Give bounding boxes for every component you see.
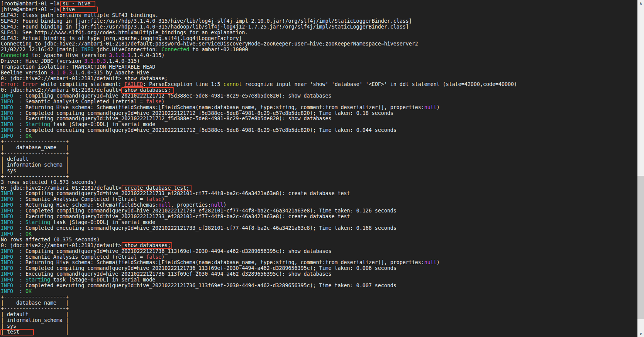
terminal-text: | information_schema |	[1, 317, 69, 323]
scrollbar-thumb[interactable]	[637, 176, 644, 319]
terminal-line: | database_name |	[1, 145, 637, 151]
terminal-text: | test |	[1, 329, 69, 335]
scrollbar-track[interactable]: ∧ ∨	[637, 0, 644, 337]
terminal-text: +--------------------+	[1, 174, 69, 179]
scroll-up-button[interactable]: ∧	[637, 0, 644, 7]
terminal-line: 0: jdbc:hive2://ambari-01:2181/default> …	[1, 76, 637, 82]
terminal-text: OK	[25, 288, 32, 294]
terminal-text: +--------------------+	[1, 139, 69, 145]
terminal-text: task [Stage-0:DDL] in serial mode	[50, 219, 155, 225]
terminal-text: null	[211, 202, 223, 208]
terminal-line: Beeline version 3.1.0.3.1.4.0-315 by Apa…	[1, 70, 637, 76]
terminal-line: 0: jdbc:hive2://ambari-01:2181/default> …	[1, 88, 637, 93]
terminal-line: 21/02/22 12:16:42 [main]: INFO jdbc.Hive…	[1, 47, 637, 53]
terminal-line: SLF4J: See http://www.slf4j.org/codes.ht…	[1, 30, 637, 36]
terminal-text: FAILED	[124, 81, 143, 87]
terminal-text: : ParseException line 1:5	[143, 81, 223, 87]
terminal-text: : Semantic Analysis Completed (retrial =	[13, 254, 146, 260]
terminal-text: to ambari-02:10000	[189, 47, 248, 52]
terminal-text: : Compiling command(queryId=hive_2021022…	[13, 190, 350, 196]
terminal-text: false	[146, 196, 161, 202]
terminal-text: )	[161, 196, 164, 202]
terminal-line: INFO : Returning Hive schema: Schema(fie…	[1, 202, 637, 208]
terminal-text: +--------------------+	[1, 294, 69, 300]
terminal-line: | database_name |	[1, 300, 637, 306]
terminal-line: Connecting to jdbc:hive2://ambari-01:218…	[1, 41, 637, 47]
terminal-line: [hive@ambari-01 ~]$ hive	[1, 7, 637, 13]
terminal-text: INFO	[1, 133, 13, 139]
terminal-line: | information_schema |	[1, 162, 637, 168]
terminal-line: INFO : Completed compiling command(query…	[1, 111, 637, 116]
terminal-text: INFO	[1, 225, 13, 231]
terminal-text: 3.1.0.3	[109, 52, 130, 58]
terminal-text: INFO	[1, 121, 13, 127]
terminal-text: INFO	[1, 277, 13, 283]
terminal-line: +--------------------+	[1, 295, 637, 300]
terminal-text: Transaction isolation: TRANSACTION_REPEA…	[1, 64, 155, 70]
link-text: http://www.slf4j.org/codes.html#multiple…	[35, 30, 186, 35]
terminal-line: INFO : Completed executing command(query…	[1, 283, 637, 289]
terminal-text: : Compiling command(queryId=hive_2021022…	[13, 93, 332, 99]
terminal-text: : Returning Hive schema: Schema(fieldSch…	[13, 259, 424, 265]
terminal-text: .1.4.0-315)	[130, 52, 164, 58]
terminal-line: +--------------------+	[1, 151, 637, 157]
terminal-line: INFO : Completed executing command(query…	[1, 226, 637, 231]
terminal-text: INFO	[1, 93, 13, 99]
terminal-text: INFO	[1, 202, 13, 208]
scroll-down-button[interactable]: ∨	[637, 330, 644, 337]
terminal-text: false	[146, 254, 161, 260]
terminal-line: INFO : OK	[1, 133, 637, 139]
terminal-line: INFO : Returning Hive schema: Schema(fie…	[1, 105, 637, 111]
terminal-line: INFO : Compiling command(queryId=hive_20…	[1, 249, 637, 254]
terminal-text: Starting	[25, 219, 50, 225]
terminal-line: SLF4J: Actual binding is of type [org.ap…	[1, 36, 637, 42]
terminal-text: while compiling statement:	[38, 81, 124, 87]
terminal-text: :	[13, 219, 25, 225]
terminal-text: INFO	[1, 116, 13, 121]
terminal-text: INFO	[1, 214, 13, 219]
terminal-text: INFO	[1, 208, 13, 214]
terminal-line: Connected to: Apache Hive (version 3.1.0…	[1, 53, 637, 59]
terminal-line: 3 rows selected (0.573 seconds)	[1, 180, 637, 185]
terminal-text: SLF4J: Class path contains multiple SLF4…	[1, 12, 158, 18]
terminal-line: [root@ambari-01 ~]# su - hive	[1, 1, 637, 7]
terminal-text: :	[13, 277, 25, 283]
terminal-text: OK	[25, 231, 32, 237]
terminal-line: | information_schema |	[1, 318, 637, 324]
terminal-text: : Executing command(queryId=hive_2021022…	[13, 116, 332, 121]
terminal-text: task [Stage-0:DDL] in serial mode	[50, 121, 155, 127]
terminal-text: INFO	[1, 104, 13, 110]
terminal-text: | database_name |	[1, 300, 69, 306]
terminal-line: 0: jdbc:hive2://ambari-01:2181/default> …	[1, 185, 637, 191]
terminal-text: +--------------------+	[1, 150, 69, 156]
terminal-line: INFO : Semantic Analysis Completed (retr…	[1, 254, 637, 260]
terminal-text: INFO	[81, 47, 93, 52]
terminal-text: for an explanation.	[186, 30, 248, 35]
terminal-text: : Compiling command(queryId=hive_2021022…	[13, 248, 332, 254]
terminal-text: [root@ambari-01 ~]# su - hive	[1, 1, 90, 7]
terminal-text: :	[13, 121, 25, 127]
terminal-line: INFO : Compiling command(queryId=hive_20…	[1, 191, 637, 197]
terminal-text: Error: Error	[1, 81, 38, 87]
terminal-text: | default |	[1, 312, 69, 317]
terminal-text: +--------------------+	[1, 306, 69, 312]
terminal-line: INFO : Compiling command(queryId=hive_20…	[1, 93, 637, 99]
terminal-text: 0: jdbc:hive2://ambari-01:2181/default> …	[1, 87, 171, 93]
terminal-text: )	[437, 259, 440, 265]
terminal-text: : Completed executing command(queryId=hi…	[13, 127, 397, 133]
terminal-line: +--------------------+	[1, 306, 637, 312]
terminal-text: : Executing command(queryId=hive_2021022…	[13, 214, 350, 219]
terminal-line: | test |	[1, 329, 637, 335]
terminal-text: INFO	[1, 219, 13, 225]
terminal-text: )	[223, 202, 226, 208]
terminal-text: : Completed compiling command(queryId=hi…	[13, 265, 397, 271]
terminal-text: SLF4J: Found binding in [jar:file:/usr/h…	[1, 24, 409, 30]
terminal-line: INFO : Completed compiling command(query…	[1, 266, 637, 271]
terminal-text: : Completed compiling command(queryId=hi…	[13, 208, 397, 214]
terminal-text: INFO	[1, 127, 13, 133]
terminal-line: | default |	[1, 157, 637, 162]
terminal-text: Connected	[1, 52, 29, 58]
terminal-text: 3.1.0.3	[84, 58, 106, 64]
terminal-text: : Semantic Analysis Completed (retrial =	[13, 99, 146, 104]
terminal-text: INFO	[1, 248, 13, 254]
